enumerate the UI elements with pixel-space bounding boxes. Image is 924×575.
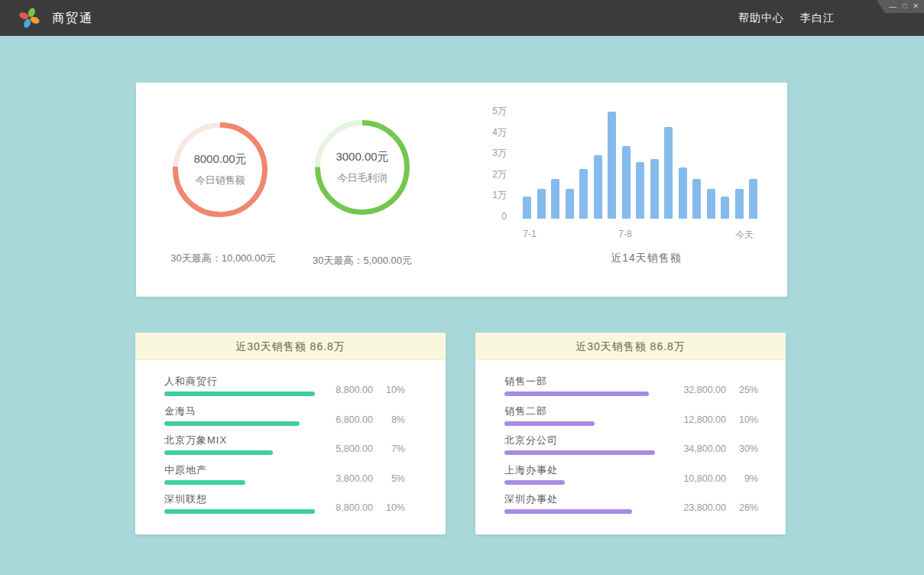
ranking-item-value: 6,800.00: [312, 414, 373, 425]
ranking-item-value: 32,800.00: [665, 385, 726, 395]
ranking-item-value: 10,800.00: [665, 473, 726, 484]
ranking-item-bar: [504, 391, 649, 396]
ranking-item-percent: 7%: [373, 443, 405, 454]
ranking-item-percent: 9%: [726, 473, 758, 484]
ranking-row: 中原地产 3,800.00 5%: [164, 463, 446, 493]
ranking-item-percent: 8%: [373, 414, 405, 425]
today-sales-value: 8000.00元: [193, 152, 246, 167]
maximize-button[interactable]: □: [903, 3, 906, 10]
y-tick-label: 4万: [465, 127, 507, 138]
ranking-item-bar: [164, 509, 315, 514]
ranking-row: 金海马 6,800.00 8%: [164, 404, 446, 434]
today-sales-donut: 8000.00元 今日销售额: [173, 122, 267, 217]
sales-bar: [537, 189, 546, 219]
ranking-item-bar: [164, 480, 245, 485]
user-menu[interactable]: 李白江: [800, 11, 835, 25]
app-logo-icon: [18, 7, 41, 29]
ranking-row: 北京万象MIX 5,800.00 7%: [164, 434, 446, 463]
ranking-item-value: 12,800.00: [665, 414, 726, 425]
y-tick-label: 1万: [465, 190, 507, 200]
sales-bar: [749, 179, 757, 219]
today-profit-label: 今日毛利润: [338, 171, 387, 185]
ranking-card-title: 近30天销售额 86.8万: [475, 333, 786, 360]
ranking-row: 销售一部 32,800.00 25%: [504, 375, 786, 404]
y-tick-label: 0: [465, 211, 507, 222]
today-profit-donut: 3000.00元 今日毛利润: [315, 120, 410, 215]
customer-sales-ranking-card: 近30天销售额 86.8万 人和商贸行 8,800.00 10% 金海马 6,8…: [135, 333, 446, 534]
sales-bar: [735, 189, 744, 219]
ranking-row: 深圳办事处 23,800.00 26%: [504, 492, 786, 522]
sales-bar: [721, 197, 729, 219]
x-tick-label: 7-1: [523, 229, 536, 239]
ranking-row: 深圳联想 8,800.00 10%: [164, 492, 446, 522]
ranking-row: 销售二部 12,800.00 10%: [504, 404, 786, 434]
ranking-item-bar: [504, 450, 655, 455]
ranking-item-percent: 25%: [726, 385, 758, 395]
ranking-list: 人和商贸行 8,800.00 10% 金海马 6,800.00 8% 北京万象M…: [135, 361, 446, 534]
sales-bar: [622, 146, 631, 219]
sales-30day-max: 30天最高：10,000.00元: [150, 252, 297, 265]
sales-bar: [707, 189, 715, 219]
sales-bar: [679, 167, 687, 219]
ranking-item-value: 23,800.00: [665, 502, 726, 513]
today-sales-label: 今日销售额: [196, 174, 245, 187]
ranking-item-percent: 10%: [726, 414, 758, 425]
ranking-item-value: 3,800.00: [312, 473, 373, 484]
topbar: 商贸通 帮助中心 李白江 — □ ✕: [0, 0, 924, 36]
sales-bar-chart: [523, 107, 757, 219]
y-tick-label: 3万: [465, 148, 507, 158]
sales-bar: [692, 179, 701, 219]
bar-chart-x-axis: 7-17-8今天: [523, 229, 757, 240]
sales-bar: [608, 112, 616, 219]
ranking-item-bar: [504, 509, 632, 514]
ranking-item-bar: [164, 391, 315, 396]
sales-bar: [579, 169, 588, 219]
ranking-item-bar: [164, 450, 273, 455]
topbar-nav: 帮助中心 李白江: [738, 0, 835, 36]
ranking-item-bar: [504, 421, 595, 426]
ranking-row: 人和商贸行 8,800.00 10%: [164, 375, 446, 404]
y-tick-label: 5万: [465, 106, 507, 116]
ranking-card-title: 近30天销售额 86.8万: [135, 333, 446, 360]
ranking-item-value: 8,800.00: [312, 502, 373, 513]
department-sales-ranking-card: 近30天销售额 86.8万 销售一部 32,800.00 25% 销售二部 12…: [475, 333, 786, 534]
ranking-row: 北京分公司 34,800.00 30%: [504, 434, 786, 463]
ranking-item-percent: 26%: [726, 502, 758, 513]
ranking-item-percent: 5%: [373, 473, 405, 484]
x-tick-label: 今天: [735, 229, 754, 242]
today-profit-value: 3000.00元: [336, 150, 388, 164]
ranking-row: 上海办事处 10,800.00 9%: [504, 463, 786, 493]
sales-bar: [650, 159, 659, 219]
ranking-item-bar: [164, 421, 300, 426]
sales-bar: [551, 179, 559, 219]
logo-petals: [18, 7, 41, 29]
ranking-item-percent: 30%: [726, 443, 758, 454]
bar-chart-title: 近14天销售额: [529, 252, 764, 265]
overview-card: 8000.00元 今日销售额 30天最高：10,000.00元 3000.00元…: [136, 83, 787, 297]
ranking-item-percent: 10%: [373, 502, 405, 513]
profit-30day-max: 30天最高：5,000.00元: [289, 254, 436, 268]
ranking-item-value: 8,800.00: [312, 385, 373, 395]
ranking-item-value: 34,800.00: [665, 443, 726, 454]
app-title: 商贸通: [52, 0, 93, 36]
bar-chart-y-axis: 5万4万3万2万1万0: [465, 83, 507, 236]
help-center-link[interactable]: 帮助中心: [738, 11, 784, 25]
close-button[interactable]: ✕: [913, 3, 919, 10]
x-tick-label: 7-8: [618, 229, 631, 239]
window-controls: — □ ✕: [877, 0, 924, 13]
ranking-list: 销售一部 32,800.00 25% 销售二部 12,800.00 10% 北京…: [475, 361, 786, 534]
ranking-item-percent: 10%: [373, 385, 405, 395]
minimize-button[interactable]: —: [889, 3, 896, 11]
y-tick-label: 2万: [465, 169, 507, 180]
sales-bar: [664, 127, 673, 219]
sales-bar: [636, 162, 644, 219]
ranking-item-bar: [504, 480, 565, 485]
sales-bar: [523, 197, 531, 219]
ranking-item-value: 5,800.00: [312, 443, 373, 454]
sales-bar: [594, 155, 602, 219]
sales-bar: [566, 189, 574, 219]
